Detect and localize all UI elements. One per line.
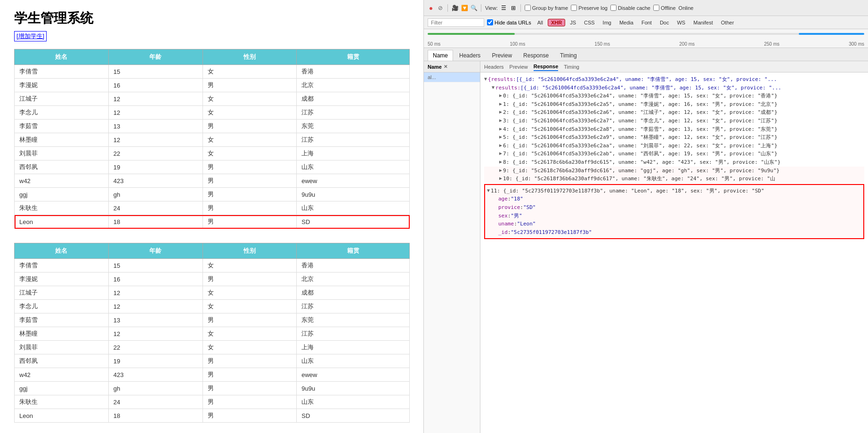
table-cell-age: 16 bbox=[108, 79, 203, 92]
filter-pill-font[interactable]: Font bbox=[638, 19, 655, 26]
network-tabs: NameHeadersPreviewResponseTiming bbox=[424, 48, 868, 61]
toolbar-sep-3 bbox=[520, 4, 521, 12]
network-tab-preview[interactable]: Preview bbox=[487, 50, 517, 61]
table-cell-gender: 女 bbox=[203, 147, 297, 160]
table-cell-gender: 女 bbox=[203, 106, 297, 120]
add-student-link[interactable]: [增加学生] bbox=[14, 31, 47, 41]
table-row[interactable]: 李念儿12女江苏 bbox=[15, 300, 410, 313]
table-row[interactable]: 江城子12女成都 bbox=[15, 286, 410, 300]
table-row[interactable]: Leon18男SD bbox=[15, 215, 410, 229]
table-cell-gender: 女 bbox=[203, 92, 297, 106]
table-row[interactable]: ggjgh男9u9u bbox=[15, 382, 410, 395]
table-row[interactable]: 李茹雪13男东莞 bbox=[15, 313, 410, 327]
table-row[interactable]: 朱耿生24男山东 bbox=[15, 395, 410, 409]
table-cell-age: 12 bbox=[108, 133, 203, 147]
table-cell-gender: 男 bbox=[203, 188, 297, 201]
table-cell-origin: 香港 bbox=[297, 65, 410, 79]
filter-input[interactable] bbox=[428, 18, 484, 27]
timeline-progress bbox=[428, 33, 515, 35]
table-cell-name: 李茹雪 bbox=[15, 313, 109, 327]
filter-pill-doc[interactable]: Doc bbox=[657, 19, 673, 26]
hide-urls-checkbox[interactable] bbox=[487, 19, 493, 25]
table-cell-origin: 东莞 bbox=[297, 313, 410, 327]
search-icon[interactable]: 🔍 bbox=[471, 5, 477, 11]
table-row[interactable]: 刘晨菲22女上海 bbox=[15, 147, 410, 160]
table-row[interactable]: 刘晨菲22女上海 bbox=[15, 341, 410, 354]
name-item-al[interactable]: al... bbox=[424, 72, 480, 82]
table-cell-age: 12 bbox=[108, 327, 203, 341]
resp-tab-headers[interactable]: Headers bbox=[484, 63, 504, 71]
table-row[interactable]: ggjgh男9u9u bbox=[15, 188, 410, 201]
table-cell-gender: 女 bbox=[203, 327, 297, 341]
col-header-age-1: 年龄 bbox=[108, 49, 203, 65]
table-cell-name: 李漫妮 bbox=[15, 79, 109, 92]
disable-cache-label[interactable]: Disable cache bbox=[618, 5, 650, 11]
name-col-close[interactable]: ✕ bbox=[444, 64, 447, 69]
table-cell-origin: 北京 bbox=[297, 273, 410, 286]
table-cell-name: 朱耿生 bbox=[15, 201, 109, 215]
response-detail-line: provice: "SD" bbox=[487, 203, 861, 212]
table-row[interactable]: Leon18男SD bbox=[15, 409, 410, 423]
table-row[interactable]: 李茹雪13男东莞 bbox=[15, 120, 410, 133]
stop-icon[interactable]: ⊘ bbox=[437, 5, 444, 11]
table-cell-name: Leon bbox=[15, 215, 109, 229]
filter-pill-js[interactable]: JS bbox=[567, 19, 579, 26]
preserve-log-label[interactable]: Preserve log bbox=[578, 5, 608, 11]
response-line: ▶8: {_id: "5c26178c6b6a230aff9dc615", un… bbox=[484, 158, 864, 167]
table-cell-age: 16 bbox=[108, 273, 203, 286]
response-line: ▶9: {_id: "5c2618c76b6a230aff9dc616", un… bbox=[484, 167, 864, 175]
table-row[interactable]: w42423男ewew bbox=[15, 368, 410, 382]
table-row[interactable]: 李漫妮16男北京 bbox=[15, 79, 410, 92]
col-header-name-2: 姓名 bbox=[15, 243, 109, 259]
network-tab-name[interactable]: Name bbox=[428, 50, 453, 61]
resp-tab-response[interactable]: Response bbox=[534, 63, 559, 71]
table-row[interactable]: 西邻夙19男山东 bbox=[15, 354, 410, 368]
view-list-icon[interactable]: ☰ bbox=[501, 5, 507, 11]
table-row[interactable]: w42423男ewew bbox=[15, 174, 410, 188]
network-tab-headers[interactable]: Headers bbox=[454, 50, 486, 61]
table-row[interactable]: 李漫妮16男北京 bbox=[15, 273, 410, 286]
col-header-name-1: 姓名 bbox=[15, 49, 109, 65]
view-grid-icon[interactable]: ⊞ bbox=[510, 5, 517, 11]
network-tab-response[interactable]: Response bbox=[518, 50, 554, 61]
table-cell-origin: 江苏 bbox=[297, 300, 410, 313]
filter-pill-manifest[interactable]: Manifest bbox=[690, 19, 716, 26]
table-cell-gender: 男 bbox=[203, 79, 297, 92]
filter-pill-css[interactable]: CSS bbox=[581, 19, 598, 26]
table-row[interactable]: 朱耿生24男山东 bbox=[15, 201, 410, 215]
table-cell-age: 423 bbox=[108, 368, 203, 382]
preserve-log-checkbox[interactable] bbox=[571, 5, 577, 11]
filter-icon[interactable]: 🔽 bbox=[461, 5, 468, 11]
table-row[interactable]: 林墨瞳12女江苏 bbox=[15, 327, 410, 341]
table-row[interactable]: 西邻夙19男山东 bbox=[15, 160, 410, 174]
response-detail-line: uname: "Leon" bbox=[487, 220, 861, 228]
resp-tab-timing[interactable]: Timing bbox=[564, 63, 579, 71]
table-cell-age: 19 bbox=[108, 160, 203, 174]
table-cell-name: 林墨瞳 bbox=[15, 133, 109, 147]
offline-label[interactable]: Offline bbox=[661, 5, 676, 11]
table-cell-origin: 9u9u bbox=[297, 382, 410, 395]
table-cell-name: 西邻夙 bbox=[15, 160, 109, 174]
filter-pill-xhr[interactable]: XHR bbox=[548, 19, 565, 26]
table-row[interactable]: 李倩雪15女香港 bbox=[15, 65, 410, 79]
table-row[interactable]: 林墨瞳12女江苏 bbox=[15, 133, 410, 147]
group-by-frame-label[interactable]: Group by frame bbox=[532, 5, 568, 11]
group-by-frame-checkbox[interactable] bbox=[525, 5, 531, 11]
resp-tab-preview[interactable]: Preview bbox=[510, 63, 528, 71]
table-cell-age: 12 bbox=[108, 286, 203, 300]
table-row[interactable]: 李倩雪15女香港 bbox=[15, 259, 410, 273]
filter-pill-img[interactable]: Img bbox=[600, 19, 615, 26]
filter-pill-ws[interactable]: WS bbox=[673, 19, 689, 26]
name-column: Name✕ al... bbox=[424, 61, 480, 433]
network-tab-timing[interactable]: Timing bbox=[555, 50, 582, 61]
filter-pill-all[interactable]: All bbox=[534, 19, 546, 26]
table-row[interactable]: 江城子12女成都 bbox=[15, 92, 410, 106]
table-row[interactable]: 李念儿12女江苏 bbox=[15, 106, 410, 120]
camera-icon[interactable]: 🎥 bbox=[452, 5, 458, 11]
record-icon[interactable]: ● bbox=[428, 5, 434, 11]
disable-cache-checkbox[interactable] bbox=[610, 5, 617, 11]
offline-checkbox[interactable] bbox=[653, 5, 659, 11]
filter-pill-media[interactable]: Media bbox=[616, 19, 637, 26]
table-cell-origin: 成都 bbox=[297, 286, 410, 300]
filter-pill-other[interactable]: Other bbox=[718, 19, 738, 26]
